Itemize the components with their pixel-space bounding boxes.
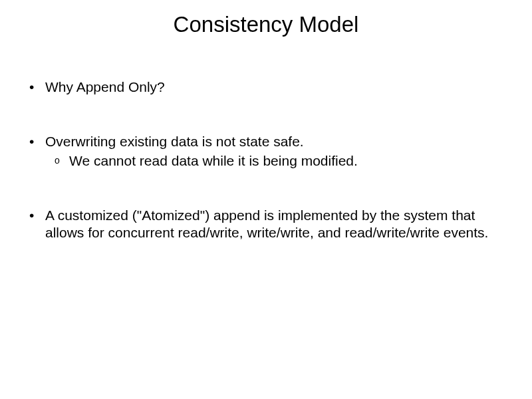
bullet-text: Overwriting existing data is not state s… (45, 134, 304, 149)
list-item: Why Append Only? (25, 78, 507, 96)
sub-bullet-list: We cannot read data while it is being mo… (45, 152, 507, 170)
sub-list-item: We cannot read data while it is being mo… (45, 152, 507, 170)
list-item: A customized ("Atomized") append is impl… (25, 207, 507, 242)
slide-title: Consistency Model (0, 0, 532, 37)
list-item: Overwriting existing data is not state s… (25, 133, 507, 170)
bullet-list: Why Append Only? Overwriting existing da… (25, 78, 507, 241)
bullet-text: A customized ("Atomized") append is impl… (45, 207, 488, 240)
slide-content: Why Append Only? Overwriting existing da… (0, 78, 532, 241)
bullet-text: Why Append Only? (45, 79, 165, 94)
sub-bullet-text: We cannot read data while it is being mo… (69, 153, 358, 168)
slide: Consistency Model Why Append Only? Overw… (0, 0, 532, 399)
